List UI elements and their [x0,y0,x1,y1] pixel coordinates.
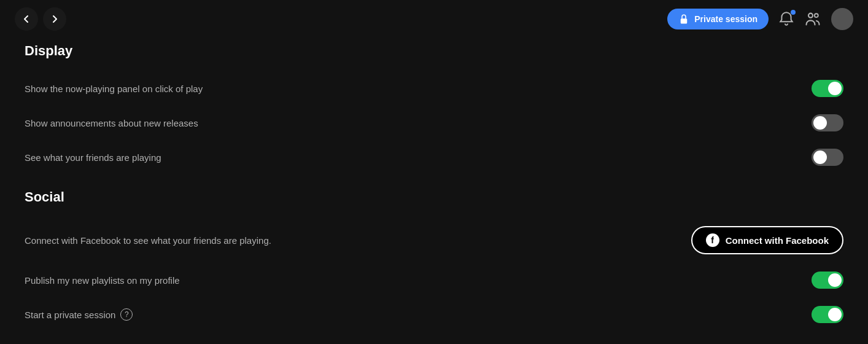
display-section: Display Show the now-playing panel on cl… [25,43,843,174]
setting-label-private-session: Start a private session ? [25,308,133,321]
connect-facebook-label: Connect with Facebook [726,235,829,246]
connect-facebook-button[interactable]: f Connect with Facebook [691,226,843,254]
setting-label-now-playing: Show the now-playing panel on click of p… [25,84,203,94]
svg-point-2 [815,14,818,17]
social-section: Social Connect with Facebook to see what… [25,189,843,332]
toggle-publish-playlists[interactable] [812,272,843,289]
facebook-icon: f [706,233,719,247]
toggle-private-session[interactable] [812,306,843,323]
friends-button[interactable] [804,10,821,28]
help-icon[interactable]: ? [120,308,133,321]
setting-row-now-playing: Show the now-playing panel on click of p… [25,71,843,106]
toggle-now-playing[interactable] [812,80,843,97]
toggle-friends-playing[interactable] [812,149,843,166]
nav-back-button[interactable] [15,7,38,31]
nav-forward-button[interactable] [43,7,66,31]
setting-label-announcements: Show announcements about new releases [25,118,198,128]
private-session-label: Private session [694,14,758,24]
header: Private session [0,0,868,38]
facebook-connect-row: Connect with Facebook to see what your f… [25,217,843,263]
friends-icon [804,10,821,28]
toggle-announcements[interactable] [812,114,843,131]
private-session-button[interactable]: Private session [667,9,769,29]
setting-label-friends-playing: See what your friends are playing [25,152,161,163]
setting-label-publish-playlists: Publish my new playlists on my profile [25,275,180,286]
facebook-desc: Connect with Facebook to see what your f… [25,235,271,246]
svg-point-1 [808,14,813,18]
setting-row-friends-playing: See what your friends are playing [25,140,843,174]
social-heading: Social [25,189,843,205]
nav-buttons [15,7,66,31]
setting-row-publish-playlists: Publish my new playlists on my profile [25,263,843,297]
svg-rect-0 [681,18,688,23]
setting-row-announcements: Show announcements about new releases [25,106,843,140]
avatar[interactable] [831,8,853,30]
display-heading: Display [25,43,843,59]
lock-icon [678,14,689,25]
notification-dot [791,10,796,15]
main-content: Display Show the now-playing panel on cl… [0,0,868,344]
notifications-button[interactable] [778,11,794,27]
setting-row-private-session: Start a private session ? [25,297,843,332]
header-right: Private session [667,8,853,30]
